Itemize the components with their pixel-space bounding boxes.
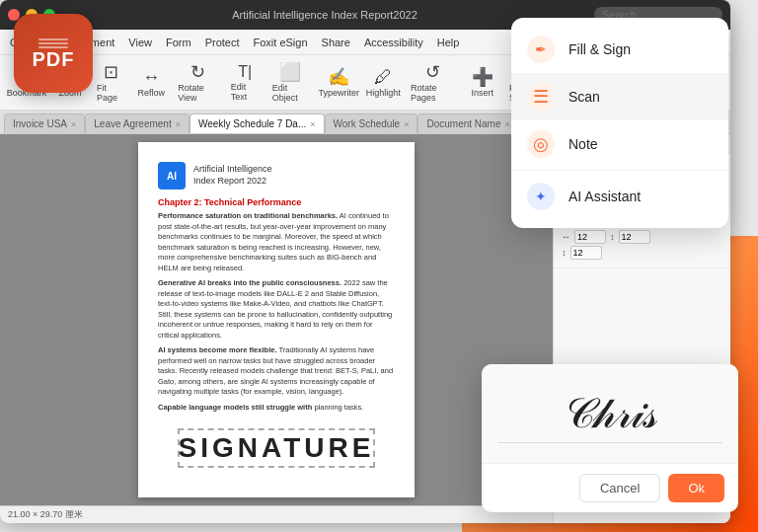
signature-dialog: 𝒞𝒽𝓇𝒾𝓈 Cancel Ok	[482, 364, 738, 512]
tool-insert[interactable]: ➕ Insert	[463, 66, 502, 100]
doc-logo-subtitle: Index Report 2022	[193, 176, 272, 188]
tab-work-schedule-label: Work Schedule	[334, 118, 401, 129]
scan-icon: ☰	[527, 83, 555, 111]
spacing-all-icon: ↕	[562, 248, 567, 258]
tab-leave-agreement-close[interactable]: ×	[176, 119, 181, 129]
fit-page-icon: ⊡	[104, 63, 118, 81]
edit-object-icon: ⬜	[279, 63, 301, 81]
insert-icon: ➕	[472, 68, 493, 86]
doc-para4-bold: Capable language models still struggle w…	[158, 403, 312, 412]
spacing-row-2: ↕	[562, 246, 722, 260]
tab-leave-agreement[interactable]: Leave Agreement ×	[85, 114, 190, 133]
char-spacing-input[interactable]	[574, 230, 606, 244]
edit-text-icon: T|	[238, 64, 252, 80]
pdf-icon-decoration	[38, 38, 68, 48]
document-logo-text: Artificial Intelligence Index Report 202…	[193, 164, 272, 187]
typewriter-icon: ✍	[328, 68, 349, 86]
menu-item-ai-assistant[interactable]: ✦ AI Assistant	[511, 173, 728, 220]
tab-leave-agreement-label: Leave Agreement	[94, 118, 171, 129]
document-viewer[interactable]: AI Artificial Intelligence Index Report …	[0, 134, 553, 523]
signature-canvas[interactable]: 𝒞𝒽𝓇𝒾𝓈	[482, 364, 738, 463]
signature-overlay: SIGNATURE	[178, 428, 375, 468]
tool-edit-text-label: Edit Text	[231, 82, 260, 102]
tool-highlight[interactable]: 🖊 Highlight	[363, 66, 404, 100]
document-logo: AI Artificial Intelligence Index Report …	[158, 162, 395, 190]
tool-typewriter[interactable]: ✍ Typewriter	[316, 66, 362, 100]
doc-paragraph-1: Performance saturation on traditional be…	[158, 211, 395, 273]
tab-document-name-label: Document Name	[426, 118, 500, 129]
tool-insert-label: Insert	[472, 88, 494, 98]
tab-invoice-usa-label: Invoice USA	[13, 118, 67, 129]
document-page: AI Artificial Intelligence Index Report …	[138, 142, 415, 497]
para-spacing-input[interactable]	[570, 246, 602, 260]
tab-weekly-schedule[interactable]: Weekly Schedule 7 Da... ×	[190, 114, 325, 133]
doc-para4-text: planning tasks.	[314, 403, 363, 412]
tool-rotate-pages[interactable]: ↺ Rotate Pages	[405, 61, 462, 105]
doc-status-bar: 21.00 × 29.70 厘米	[0, 505, 553, 523]
doc-para2-text: 2022 saw the release of text-to-image mo…	[158, 278, 392, 340]
tool-edit-object[interactable]: ⬜ Edit Object	[266, 61, 315, 105]
tool-highlight-label: Highlight	[366, 88, 401, 98]
document-logo-icon: AI	[158, 162, 186, 190]
doc-para3-bold: AI systems become more flexible.	[158, 345, 276, 354]
spacing-row-1: ↔ ↕	[562, 230, 722, 244]
menu-share[interactable]: Share	[316, 35, 356, 50]
doc-paragraph-2: Generative AI breaks into the public con…	[158, 278, 395, 341]
signature-cancel-button[interactable]: Cancel	[579, 474, 660, 502]
tool-rotate-pages-label: Rotate Pages	[411, 83, 456, 103]
menu-protect[interactable]: Protect	[199, 35, 246, 50]
note-label: Note	[568, 136, 598, 152]
signature-ok-button[interactable]: Ok	[668, 474, 724, 502]
spacing-char-icon: ↔	[562, 232, 570, 242]
scan-label: Scan	[568, 89, 600, 105]
rotate-pages-icon: ↺	[425, 63, 440, 81]
rotate-view-icon: ↻	[190, 63, 205, 81]
doc-logo-title: Artificial Intelligence	[193, 164, 272, 176]
line-spacing-input[interactable]	[619, 230, 650, 244]
menu-divider	[511, 170, 728, 171]
menu-view[interactable]: View	[122, 35, 158, 50]
signature-text: SIGNATURE	[179, 432, 375, 464]
menu-item-scan[interactable]: ☰ Scan	[511, 73, 728, 120]
tab-invoice-usa-close[interactable]: ×	[71, 119, 76, 129]
menu-foxit-esign[interactable]: Foxit eSign	[248, 35, 314, 50]
tab-work-schedule[interactable]: Work Schedule ×	[325, 114, 418, 133]
doc-chapter-title: Chapter 2: Technical Performance	[158, 197, 395, 207]
reflow-icon: ↔	[142, 68, 160, 86]
menu-accessibility[interactable]: Accessibility	[358, 35, 429, 50]
highlight-icon: 🖊	[374, 68, 392, 86]
fill-sign-label: Fill & Sign	[568, 41, 631, 57]
tab-document-name[interactable]: Document Name ×	[417, 114, 518, 133]
tool-edit-text[interactable]: T| Edit Text	[225, 62, 265, 104]
tab-document-name-close[interactable]: ×	[504, 119, 509, 129]
signature-line	[497, 442, 722, 443]
menu-item-fill-sign[interactable]: ✒ Fill & Sign	[511, 26, 728, 73]
fill-sign-icon: ✒	[527, 36, 555, 63]
ai-assistant-icon: ✦	[527, 183, 555, 210]
dropdown-menu: ✒ Fill & Sign ☰ Scan ◎ Note ✦ AI Assista…	[511, 18, 728, 228]
menu-help[interactable]: Help	[431, 35, 466, 50]
spacing-line-icon: ↕	[610, 232, 615, 242]
ai-assistant-label: AI Assistant	[568, 189, 641, 204]
pdf-icon-label: PDF	[33, 48, 75, 71]
tool-reflow[interactable]: ↔ Reflow	[131, 66, 171, 100]
signature-buttons: Cancel Ok	[482, 463, 738, 512]
menu-item-note[interactable]: ◎ Note	[511, 120, 728, 168]
tab-work-schedule-close[interactable]: ×	[404, 119, 409, 129]
note-icon: ◎	[527, 130, 555, 158]
tab-invoice-usa[interactable]: Invoice USA ×	[4, 114, 85, 133]
doc-para1-text: AI continued to post state-of-the-art re…	[158, 211, 389, 272]
menu-form[interactable]: Form	[160, 35, 197, 50]
tab-weekly-schedule-close[interactable]: ×	[310, 119, 315, 129]
tool-fit-page[interactable]: ⊡ Fit Page	[91, 61, 130, 105]
window-title: Artificial Intelligence Index Report2022	[61, 9, 588, 21]
tool-rotate-view-label: Rotate View	[178, 83, 218, 103]
tool-edit-object-label: Edit Object	[272, 83, 309, 103]
tool-reflow-label: Reflow	[137, 88, 165, 98]
tool-rotate-view[interactable]: ↻ Rotate View	[172, 61, 224, 105]
doc-dimensions: 21.00 × 29.70 厘米	[8, 508, 83, 521]
tab-weekly-schedule-label: Weekly Schedule 7 Da...	[198, 118, 306, 129]
doc-para2-bold: Generative AI breaks into the public con…	[158, 278, 341, 287]
pdf-app-icon: PDF	[14, 14, 93, 93]
doc-paragraph-3: AI systems become more flexible. Traditi…	[158, 345, 395, 398]
